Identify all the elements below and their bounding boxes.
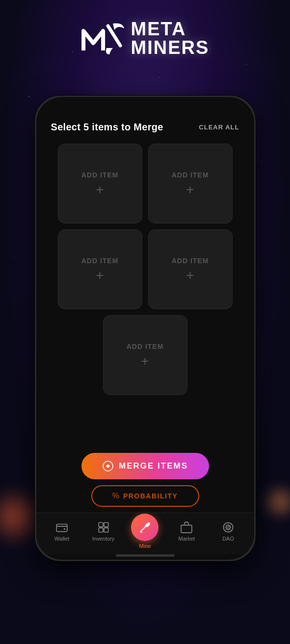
add-item-cell-3[interactable]: ADD ITEM + bbox=[58, 229, 142, 309]
add-item-label-4: ADD ITEM bbox=[172, 257, 209, 265]
nav-label-inventory: Inventory bbox=[92, 536, 114, 542]
add-item-plus-3: + bbox=[96, 269, 104, 282]
svg-rect-8 bbox=[181, 525, 192, 533]
grid-row-1: ADD ITEM + ADD ITEM + bbox=[51, 144, 239, 223]
dao-icon bbox=[222, 521, 235, 534]
pickaxe-icon bbox=[138, 521, 151, 534]
merge-title: Select 5 items to Merge bbox=[51, 122, 163, 133]
logo-pickaxe-icon bbox=[81, 21, 125, 55]
wallet-icon bbox=[55, 521, 68, 534]
inventory-icon bbox=[97, 521, 110, 534]
probability-button[interactable]: % PROBABILITY bbox=[91, 485, 199, 507]
svg-rect-2 bbox=[56, 524, 67, 532]
nav-label-mine: Mine bbox=[139, 543, 151, 549]
logo-text: META MINERS bbox=[131, 20, 210, 57]
nav-label-dao: DAO bbox=[222, 536, 234, 542]
svg-rect-5 bbox=[104, 522, 108, 527]
logo-meta: META bbox=[131, 20, 210, 38]
add-item-plus-4: + bbox=[186, 269, 194, 282]
add-item-cell-5[interactable]: ADD ITEM + bbox=[103, 315, 187, 395]
phone-screen: Select 5 items to Merge CLEAR ALL ADD IT… bbox=[36, 97, 254, 560]
phone-frame: Select 5 items to Merge CLEAR ALL ADD IT… bbox=[35, 96, 256, 561]
items-grid: ADD ITEM + ADD ITEM + ADD ITEM + AD bbox=[51, 144, 239, 434]
screen-content: Select 5 items to Merge CLEAR ALL ADD IT… bbox=[36, 97, 254, 444]
add-item-plus-5: + bbox=[141, 354, 149, 368]
merge-button-label: MERGE ITEMS bbox=[119, 461, 188, 471]
probability-label: PROBABILITY bbox=[123, 492, 178, 500]
add-item-plus-1: + bbox=[96, 183, 104, 197]
svg-rect-6 bbox=[99, 528, 103, 532]
svg-rect-7 bbox=[104, 528, 108, 532]
grid-row-2: ADD ITEM + ADD ITEM + bbox=[51, 229, 239, 309]
add-item-label-2: ADD ITEM bbox=[172, 171, 209, 179]
svg-point-3 bbox=[64, 528, 65, 530]
nav-label-market: Market bbox=[178, 536, 195, 542]
add-item-label-5: ADD ITEM bbox=[127, 343, 164, 350]
add-item-label-1: ADD ITEM bbox=[81, 171, 119, 179]
clear-all-button[interactable]: CLEAR ALL bbox=[199, 124, 239, 131]
nav-label-wallet: Wallet bbox=[54, 536, 69, 542]
merge-header: Select 5 items to Merge CLEAR ALL bbox=[51, 122, 239, 133]
logo-area: META MINERS bbox=[81, 20, 210, 57]
add-item-cell-2[interactable]: ADD ITEM + bbox=[148, 144, 233, 223]
merge-icon bbox=[102, 460, 114, 472]
bottom-actions: MERGE ITEMS % PROBABILITY bbox=[36, 444, 254, 513]
nav-item-inventory[interactable]: Inventory bbox=[82, 521, 124, 542]
nav-item-wallet[interactable]: Wallet bbox=[41, 521, 83, 542]
add-item-plus-2: + bbox=[186, 183, 194, 197]
market-icon bbox=[180, 521, 193, 534]
add-item-cell-1[interactable]: ADD ITEM + bbox=[58, 144, 142, 223]
logo-miners: MINERS bbox=[131, 38, 210, 57]
nav-item-market[interactable]: Market bbox=[166, 521, 208, 542]
svg-point-1 bbox=[106, 465, 109, 468]
svg-rect-4 bbox=[99, 522, 103, 527]
add-item-cell-4[interactable]: ADD ITEM + bbox=[148, 229, 233, 309]
bottom-nav: Wallet Inventory bbox=[36, 513, 254, 554]
mine-active-button[interactable] bbox=[131, 514, 158, 541]
add-item-label-3: ADD ITEM bbox=[81, 257, 119, 265]
grid-row-3: ADD ITEM + bbox=[51, 315, 239, 395]
percent-icon: % bbox=[112, 492, 119, 500]
nav-item-dao[interactable]: DAO bbox=[208, 521, 249, 542]
merge-items-button[interactable]: MERGE ITEMS bbox=[81, 453, 209, 479]
nav-item-mine[interactable]: Mine bbox=[124, 514, 166, 549]
bokeh-right bbox=[261, 482, 290, 521]
home-indicator bbox=[116, 554, 175, 557]
